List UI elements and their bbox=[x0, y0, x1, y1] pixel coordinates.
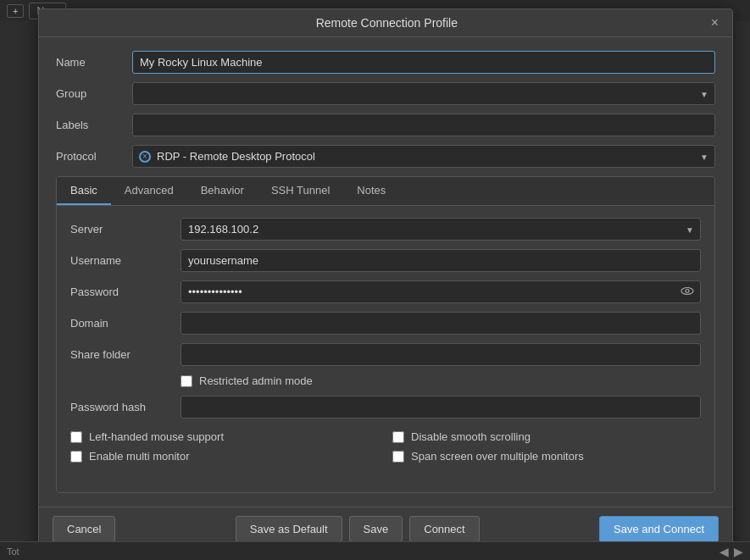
password-row: Password bbox=[70, 280, 701, 303]
status-total: Tot bbox=[7, 546, 19, 557]
username-label: Username bbox=[70, 254, 172, 267]
share-folder-input[interactable] bbox=[181, 343, 701, 366]
password-input-wrapper bbox=[181, 280, 701, 303]
tab-ssh-tunnel[interactable]: SSH Tunnel bbox=[258, 177, 343, 205]
group-select-wrapper: ▼ bbox=[132, 82, 715, 105]
password-hash-row: Password hash bbox=[70, 396, 701, 419]
status-bar: Tot ◀ ▶ bbox=[0, 541, 750, 560]
save-connect-button[interactable]: Save and Connect bbox=[599, 516, 719, 542]
password-hash-input[interactable] bbox=[181, 396, 701, 419]
disable-smooth-checkbox[interactable] bbox=[392, 431, 404, 443]
footer-center-buttons: Save as Default Save Connect bbox=[122, 516, 592, 542]
protocol-row: Protocol RDP - Remote Desktop Protocol ▼ bbox=[56, 145, 715, 168]
app-window: + Nam Remote Connection Profile × Name G… bbox=[0, 0, 750, 560]
labels-label: Labels bbox=[56, 119, 124, 131]
password-hash-label: Password hash bbox=[70, 401, 172, 413]
name-label: Name bbox=[56, 56, 124, 69]
password-input[interactable] bbox=[181, 280, 701, 303]
share-folder-row: Share folder bbox=[70, 343, 701, 366]
span-screen-row: Span screen over multiple monitors bbox=[392, 450, 701, 463]
connect-button[interactable]: Connect bbox=[409, 516, 479, 542]
span-screen-label: Span screen over multiple monitors bbox=[411, 450, 584, 463]
dialog-title: Remote Connection Profile bbox=[66, 16, 708, 30]
dialog-title-bar: Remote Connection Profile × bbox=[39, 9, 732, 37]
server-input[interactable] bbox=[181, 218, 701, 241]
enable-multi-label: Enable multi monitor bbox=[89, 450, 190, 463]
domain-row: Domain bbox=[70, 312, 701, 335]
restricted-admin-row: Restricted admin mode bbox=[70, 374, 701, 387]
protocol-label: Protocol bbox=[56, 150, 124, 163]
disable-smooth-label: Disable smooth scrolling bbox=[411, 430, 531, 443]
share-folder-label: Share folder bbox=[70, 348, 172, 361]
tab-advanced[interactable]: Advanced bbox=[111, 177, 187, 205]
tabs-container: Basic Advanced Behavior SSH Tunnel Notes… bbox=[56, 176, 715, 493]
tab-basic[interactable]: Basic bbox=[57, 177, 111, 205]
tab-behavior[interactable]: Behavior bbox=[187, 177, 258, 205]
group-label: Group bbox=[56, 87, 124, 100]
server-input-wrapper: ▼ bbox=[181, 218, 701, 241]
nav-forward-button[interactable]: ▶ bbox=[734, 545, 743, 558]
left-handed-checkbox[interactable] bbox=[70, 431, 82, 443]
status-right: ◀ ▶ bbox=[719, 545, 743, 558]
svg-point-0 bbox=[681, 287, 693, 294]
labels-input[interactable] bbox=[132, 114, 715, 136]
protocol-select-wrapper: RDP - Remote Desktop Protocol ▼ bbox=[132, 145, 715, 168]
enable-multi-row: Enable multi monitor bbox=[70, 450, 379, 463]
username-row: Username bbox=[70, 249, 701, 272]
remote-connection-dialog: Remote Connection Profile × Name Group ▼ bbox=[38, 8, 733, 552]
left-handed-label: Left-handed mouse support bbox=[89, 430, 224, 443]
tab-notes[interactable]: Notes bbox=[343, 177, 399, 205]
domain-label: Domain bbox=[70, 317, 172, 330]
group-row: Group ▼ bbox=[56, 82, 715, 105]
checkboxes-grid: Left-handed mouse support Disable smooth… bbox=[70, 427, 701, 463]
cancel-button[interactable]: Cancel bbox=[53, 516, 115, 542]
name-input[interactable] bbox=[132, 51, 715, 74]
span-screen-checkbox[interactable] bbox=[392, 451, 404, 463]
protocol-icon bbox=[139, 151, 151, 163]
protocol-select[interactable]: RDP - Remote Desktop Protocol bbox=[132, 145, 715, 168]
password-toggle-button[interactable] bbox=[681, 284, 694, 300]
svg-point-1 bbox=[686, 289, 689, 292]
domain-input[interactable] bbox=[181, 312, 701, 335]
labels-row: Labels bbox=[56, 114, 715, 136]
server-label: Server bbox=[70, 223, 172, 236]
restricted-admin-label: Restricted admin mode bbox=[199, 374, 313, 387]
dialog-body: Name Group ▼ Labels Protocol bbox=[39, 37, 732, 507]
restricted-admin-checkbox-row: Restricted admin mode bbox=[181, 374, 313, 387]
close-button[interactable]: × bbox=[708, 16, 722, 30]
tabs-header: Basic Advanced Behavior SSH Tunnel Notes bbox=[57, 177, 714, 206]
group-select[interactable] bbox=[132, 82, 715, 105]
add-tab-button[interactable]: + bbox=[7, 4, 24, 18]
name-row: Name bbox=[56, 51, 715, 74]
save-button[interactable]: Save bbox=[349, 516, 403, 542]
enable-multi-checkbox[interactable] bbox=[70, 451, 82, 463]
save-default-button[interactable]: Save as Default bbox=[236, 516, 342, 542]
password-label: Password bbox=[70, 286, 172, 298]
left-handed-row: Left-handed mouse support bbox=[70, 430, 379, 443]
username-input[interactable] bbox=[181, 249, 701, 272]
nav-back-button[interactable]: ◀ bbox=[719, 545, 729, 558]
restricted-admin-checkbox[interactable] bbox=[181, 375, 192, 387]
tab-content-basic: Server ▼ Username Password bbox=[57, 206, 714, 492]
disable-smooth-row: Disable smooth scrolling bbox=[392, 430, 701, 443]
server-row: Server ▼ bbox=[70, 218, 701, 241]
